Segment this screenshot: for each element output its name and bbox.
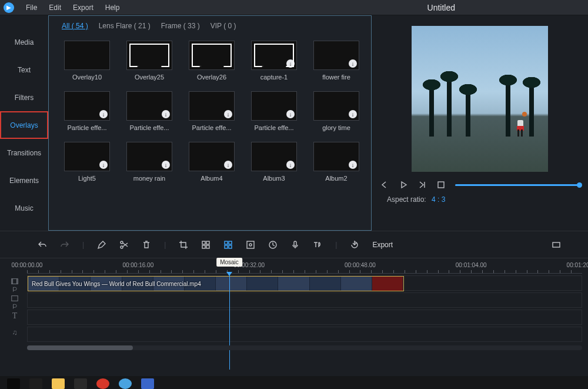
download-icon[interactable]: ↓ bbox=[224, 161, 232, 169]
overlay-item-2[interactable]: Overlay26 bbox=[189, 41, 235, 81]
split-button[interactable] bbox=[119, 240, 129, 250]
pen-icon[interactable] bbox=[97, 240, 106, 250]
duration-button[interactable] bbox=[268, 240, 278, 250]
overlay-item-label: flower fire bbox=[322, 74, 350, 81]
menu-export[interactable]: Export bbox=[67, 2, 99, 14]
track-video[interactable]: Red Bull Gives You Wings — World of Red … bbox=[27, 275, 582, 291]
clip-video[interactable]: Red Bull Gives You Wings — World of Red … bbox=[28, 276, 404, 291]
download-icon[interactable]: ↓ bbox=[286, 59, 295, 68]
overlay-item-7[interactable]: ↓Particle effe... bbox=[189, 91, 235, 131]
taskbar-search[interactable] bbox=[29, 378, 42, 389]
sidebar-item-elements[interactable]: Elements bbox=[0, 167, 48, 194]
delete-button[interactable] bbox=[142, 240, 151, 250]
menu-edit[interactable]: Edit bbox=[43, 2, 67, 14]
editing-toolbar: | | | Export bbox=[0, 231, 588, 258]
voiceover-button[interactable] bbox=[290, 240, 300, 250]
ruler-mark: 00:01:04.00 bbox=[456, 262, 487, 268]
taskbar-app2[interactable] bbox=[119, 378, 132, 389]
export-icon[interactable] bbox=[350, 240, 359, 250]
download-icon[interactable]: ↓ bbox=[99, 110, 108, 118]
playhead[interactable]: Mosaic bbox=[229, 275, 230, 370]
ruler-mark: 00:00:00.00 bbox=[12, 262, 43, 268]
library-tab-1[interactable]: Lens Flare ( 21 ) bbox=[99, 22, 151, 30]
mosaic-button[interactable] bbox=[201, 240, 211, 250]
download-icon[interactable]: ↓ bbox=[224, 110, 232, 118]
timeline: 00:00:00.0000:00:16.0000:00:32.0000:00:4… bbox=[0, 258, 588, 350]
overlay-item-5[interactable]: ↓Particle effe... bbox=[64, 91, 110, 131]
sidebar-item-overlays[interactable]: Overlays bbox=[0, 111, 48, 139]
play-button[interactable] bbox=[399, 180, 408, 189]
overlay-item-9[interactable]: ↓glory time bbox=[313, 91, 359, 131]
track-music[interactable]: ♫ bbox=[27, 327, 582, 342]
stop-button[interactable] bbox=[436, 180, 446, 189]
overlay-item-11[interactable]: ↓money rain bbox=[126, 142, 172, 182]
svg-rect-5 bbox=[202, 245, 205, 248]
track-overlay[interactable] bbox=[27, 292, 582, 308]
taskbar-explorer[interactable] bbox=[52, 378, 65, 389]
overlay-grid[interactable]: Overlay10Overlay25Overlay26↓capture-1↓fl… bbox=[49, 34, 371, 187]
overlay-item-label: Particle effe... bbox=[67, 124, 106, 131]
crop-button[interactable] bbox=[179, 240, 188, 250]
aspect-value[interactable]: 4 : 3 bbox=[432, 195, 445, 204]
download-icon[interactable]: ↓ bbox=[162, 161, 170, 169]
download-icon[interactable]: ↓ bbox=[349, 59, 357, 68]
download-icon[interactable]: ↓ bbox=[349, 110, 357, 118]
overlay-library: All ( 54 )Lens Flare ( 21 )Frame ( 33 )V… bbox=[48, 15, 372, 231]
preview-panel: Aspect ratio: 4 : 3 bbox=[372, 15, 588, 231]
ruler-mark: 00:00:48.00 bbox=[345, 262, 376, 268]
menu-file[interactable]: File bbox=[20, 2, 43, 14]
overlay-item-label: Album4 bbox=[201, 175, 222, 182]
seek-bar[interactable] bbox=[455, 184, 580, 186]
fit-screen-button[interactable] bbox=[552, 240, 561, 250]
mosaic-blue-button[interactable] bbox=[223, 240, 233, 250]
overlay-item-0[interactable]: Overlay10 bbox=[64, 41, 110, 81]
tts-button[interactable] bbox=[313, 240, 322, 250]
overlay-item-10[interactable]: ↓Light5 bbox=[64, 142, 110, 182]
overlay-item-1[interactable]: Overlay25 bbox=[126, 41, 172, 81]
ruler-mark: 00:00:16.00 bbox=[122, 262, 153, 268]
sidebar-item-transitions[interactable]: Transitions bbox=[0, 139, 48, 167]
taskbar-app3[interactable] bbox=[141, 378, 154, 389]
taskbar-store[interactable] bbox=[74, 378, 87, 389]
overlay-item-4[interactable]: ↓flower fire bbox=[313, 41, 359, 81]
overlay-item-label: Album3 bbox=[263, 175, 285, 182]
menu-help[interactable]: Help bbox=[99, 2, 126, 14]
export-label[interactable]: Export bbox=[372, 241, 393, 249]
svg-rect-8 bbox=[229, 241, 232, 244]
prev-frame-button[interactable] bbox=[380, 180, 389, 189]
svg-point-2 bbox=[121, 246, 123, 248]
record-button[interactable] bbox=[246, 240, 255, 250]
video-track-icon bbox=[8, 277, 22, 292]
download-icon[interactable]: ↓ bbox=[286, 161, 295, 169]
aspect-label-text: Aspect ratio: bbox=[387, 195, 426, 204]
sidebar-item-media[interactable]: Media bbox=[0, 28, 48, 56]
overlay-item-14[interactable]: ↓Album2 bbox=[313, 142, 359, 182]
overlay-item-3[interactable]: ↓capture-1 bbox=[251, 41, 297, 81]
os-taskbar bbox=[0, 376, 588, 389]
undo-button[interactable] bbox=[38, 240, 47, 250]
sidebar-item-music[interactable]: Music bbox=[0, 194, 48, 222]
library-tab-0[interactable]: All ( 54 ) bbox=[62, 22, 88, 30]
library-tab-2[interactable]: Frame ( 33 ) bbox=[161, 22, 200, 30]
redo-button[interactable] bbox=[60, 240, 69, 250]
preview-viewport[interactable] bbox=[412, 26, 548, 172]
overlay-item-12[interactable]: ↓Album4 bbox=[189, 142, 235, 182]
overlay-item-6[interactable]: ↓Particle effe... bbox=[126, 91, 172, 131]
download-icon[interactable]: ↓ bbox=[286, 110, 295, 118]
next-frame-button[interactable] bbox=[417, 180, 427, 189]
timeline-scrollbar[interactable] bbox=[27, 345, 582, 350]
track-text[interactable]: T bbox=[27, 310, 582, 325]
library-tab-3[interactable]: VIP ( 0 ) bbox=[211, 22, 236, 30]
download-icon[interactable]: ↓ bbox=[349, 161, 357, 169]
taskbar-start[interactable] bbox=[7, 378, 20, 389]
download-icon[interactable]: ↓ bbox=[99, 161, 108, 169]
download-icon[interactable]: ↓ bbox=[162, 110, 170, 118]
sidebar-item-filters[interactable]: Filters bbox=[0, 84, 48, 111]
svg-rect-10 bbox=[229, 245, 232, 248]
overlay-item-13[interactable]: ↓Album3 bbox=[251, 142, 297, 182]
timeline-ruler[interactable]: 00:00:00.0000:00:16.0000:00:32.0000:00:4… bbox=[27, 262, 582, 274]
overlay-item-8[interactable]: ↓Particle effe... bbox=[251, 91, 297, 131]
taskbar-app1[interactable] bbox=[96, 378, 109, 389]
sidebar-item-text[interactable]: Text bbox=[0, 56, 48, 84]
app-icon: ▶ bbox=[4, 2, 14, 13]
